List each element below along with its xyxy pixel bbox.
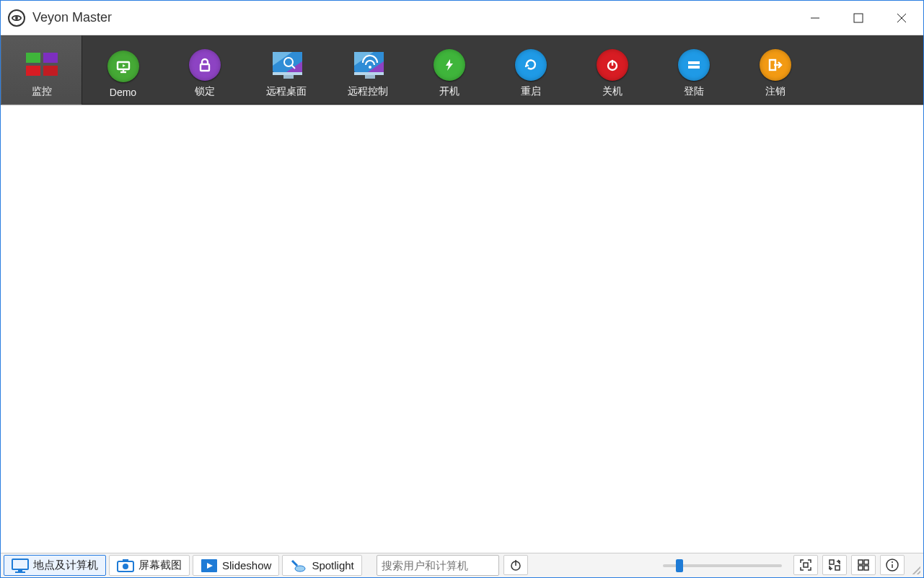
window-title: Veyon Master <box>32 10 112 25</box>
main-area <box>1 105 923 553</box>
zoom-slider[interactable] <box>663 564 782 567</box>
arrange-icon <box>828 559 841 572</box>
panel-buttons: 地点及计算机 屏幕截图 Slideshow Spotlight <box>4 555 362 576</box>
arrangement-button[interactable] <box>822 555 847 575</box>
svg-marker-9 <box>123 64 126 67</box>
info-button[interactable] <box>880 555 905 575</box>
login-icon <box>678 49 710 81</box>
login-button[interactable]: 登陆 <box>653 35 734 105</box>
toolbar-label: 登陆 <box>684 85 704 98</box>
toolbar-label: 锁定 <box>195 85 215 98</box>
svg-rect-48 <box>864 560 868 564</box>
monitor-button[interactable]: 监控 <box>1 35 82 105</box>
svg-rect-24 <box>354 72 384 75</box>
svg-point-37 <box>123 564 128 569</box>
svg-rect-29 <box>688 61 700 64</box>
svg-point-53 <box>892 561 893 563</box>
svg-rect-44 <box>804 563 808 567</box>
grid-button[interactable] <box>851 555 876 575</box>
screenshots-panel-button[interactable]: 屏幕截图 <box>109 555 190 576</box>
locations-panel-button[interactable]: 地点及计算机 <box>4 555 106 576</box>
lock-button[interactable]: 锁定 <box>164 35 245 105</box>
svg-rect-6 <box>26 66 40 76</box>
zoom-slider-wrap <box>656 555 789 576</box>
bottom-bar: 地点及计算机 屏幕截图 Slideshow Spotlight <box>1 553 923 577</box>
svg-rect-18 <box>273 72 302 75</box>
panel-label: 屏幕截图 <box>138 559 182 572</box>
svg-rect-34 <box>18 569 22 572</box>
maximize-button[interactable] <box>837 1 880 35</box>
close-button[interactable] <box>880 1 923 35</box>
refresh-icon <box>515 49 547 81</box>
svg-point-23 <box>369 66 371 69</box>
power-off-button[interactable]: 关机 <box>571 35 653 105</box>
toolbar-label: 远程控制 <box>348 85 388 98</box>
fit-icon <box>799 559 812 572</box>
svg-rect-45 <box>830 560 834 564</box>
logout-button[interactable]: 注销 <box>734 35 816 105</box>
app-eye-icon <box>8 9 25 27</box>
svg-rect-47 <box>858 560 863 564</box>
svg-rect-5 <box>43 53 58 63</box>
presentation-icon <box>107 51 139 82</box>
svg-rect-50 <box>864 566 868 570</box>
toolbar-label: 注销 <box>765 85 786 98</box>
slideshow-icon <box>201 559 218 573</box>
slideshow-panel-button[interactable]: Slideshow <box>193 555 279 576</box>
toolbar-label: 重启 <box>521 85 541 98</box>
svg-rect-30 <box>688 66 700 69</box>
svg-rect-19 <box>283 75 294 79</box>
svg-rect-33 <box>12 559 28 569</box>
toolbar-label: 远程桌面 <box>266 85 307 98</box>
monitor-icon <box>12 559 29 573</box>
svg-marker-26 <box>446 59 453 71</box>
info-icon <box>886 559 899 572</box>
toolbar-label: 关机 <box>602 85 622 98</box>
demo-button[interactable]: Demo <box>82 35 164 105</box>
logout-icon <box>760 49 791 81</box>
power-computers-button[interactable] <box>503 555 528 575</box>
auto-fit-button[interactable] <box>793 555 818 575</box>
monitor-tiles-icon <box>26 49 58 81</box>
spotlight-panel-button[interactable]: Spotlight <box>282 555 361 576</box>
svg-rect-7 <box>43 66 58 76</box>
spotlight-icon <box>290 559 307 573</box>
main-toolbar: 监控 Demo 锁定 远程桌 <box>1 35 923 105</box>
remote-desktop-button[interactable]: 远程桌面 <box>245 35 327 105</box>
remote-control-button[interactable]: 远程控制 <box>327 35 408 105</box>
svg-rect-38 <box>123 559 128 562</box>
svg-rect-49 <box>858 566 863 570</box>
panel-label: 地点及计算机 <box>33 559 98 572</box>
reboot-button[interactable]: 重启 <box>490 35 571 105</box>
svg-rect-46 <box>835 566 840 570</box>
svg-rect-25 <box>365 75 375 79</box>
minimize-button[interactable] <box>793 1 837 35</box>
panel-label: Slideshow <box>222 559 271 572</box>
search-input[interactable] <box>377 555 499 576</box>
svg-rect-1 <box>854 14 863 22</box>
lock-icon <box>189 49 221 81</box>
power-on-button[interactable]: 开机 <box>408 35 490 105</box>
toolbar-label: 监控 <box>32 85 52 98</box>
power-icon <box>597 49 628 81</box>
svg-rect-12 <box>201 64 209 71</box>
svg-rect-4 <box>26 53 40 63</box>
grid-icon <box>857 559 870 572</box>
bolt-icon <box>434 49 465 81</box>
toolbar-label: 开机 <box>439 85 459 98</box>
camera-icon <box>117 559 134 573</box>
title-bar: Veyon Master <box>1 1 923 35</box>
monitor-search-icon <box>270 49 302 81</box>
power-icon <box>509 558 523 572</box>
monitor-wifi-icon <box>352 49 384 81</box>
toolbar-label: Demo <box>110 87 136 98</box>
panel-label: Spotlight <box>312 559 353 572</box>
svg-point-41 <box>295 566 305 572</box>
resize-grip[interactable] <box>910 564 920 574</box>
